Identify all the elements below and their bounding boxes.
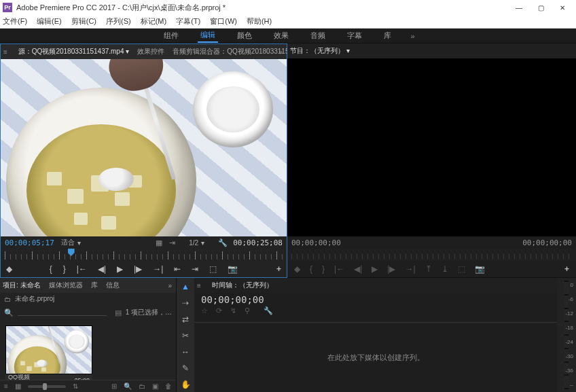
window-maximize-button[interactable]: ▢ [530,0,552,15]
bin-back-icon[interactable]: 🗀 [4,296,11,303]
menu-markers[interactable]: 标记(M) [141,16,167,26]
effect-controls-tab[interactable]: 效果控件 [137,47,164,56]
program-out-timecode[interactable]: 00;00;00;00 [522,238,572,247]
workspace-tab-editing[interactable]: 编辑 [198,29,218,43]
workspace-tab-audio[interactable]: 音频 [308,29,328,42]
export-frame-button[interactable]: ⬚ [209,264,217,274]
mark-out-button[interactable]: } [322,264,325,274]
transport-settings-icon[interactable]: ⇥ [169,238,175,247]
workspace-tab-color[interactable]: 颜色 [234,29,255,42]
wrench-icon[interactable]: 🔧 [264,306,273,315]
panel-menu-icon[interactable]: ≡ [3,48,7,56]
source-resolution-dropdown[interactable]: 1/2 ▾ [189,239,204,247]
source-dropdown-icon[interactable]: ▾ [126,48,129,55]
pen-tool[interactable]: ✎ [179,363,192,373]
program-monitor-video[interactable] [287,58,576,236]
panel-overflow-icon[interactable]: » [168,282,172,289]
workspace-tab-effects[interactable]: 效果 [271,29,291,42]
go-to-out-button[interactable]: →| [153,264,163,274]
menu-sequence[interactable]: 序列(S) [106,16,131,26]
new-item-icon[interactable]: ▣ [152,382,158,390]
step-forward-button[interactable]: |▶ [387,264,395,274]
media-browser-tab[interactable]: 媒体浏览器 [49,281,83,290]
workspace-tab-libraries[interactable]: 库 [381,29,394,42]
menu-title[interactable]: 字幕(T) [176,16,200,26]
button-editor-plus[interactable]: + [564,264,569,274]
extract-button[interactable]: ⤓ [442,264,448,274]
go-to-out-button[interactable]: →| [405,264,415,274]
project-bin-area[interactable]: QQ视频20180331151437… 25;08 [0,320,176,380]
slip-tool[interactable]: ↔ [179,347,192,357]
auto-sequence-icon[interactable]: ⊞ [111,382,117,390]
go-to-in-button[interactable]: |← [334,264,344,274]
filter-bin-icon[interactable]: ▤ [115,308,122,317]
source-out-timecode[interactable]: 00;00;25;08 [233,238,283,247]
linked-selection-icon[interactable]: ⟳ [216,306,222,315]
find-icon[interactable]: 🔍 [124,382,132,390]
sort-icon[interactable]: ⇅ [73,382,78,390]
timeline-settings-icon[interactable]: ⚲ [245,306,250,315]
menu-help[interactable]: 帮助(H) [247,16,272,26]
ripple-edit-tool[interactable]: ⇄ [179,315,192,324]
step-back-button[interactable]: ◀| [354,264,362,274]
libraries-tab[interactable]: 库 [91,281,98,290]
workspace-more-icon[interactable]: » [410,32,414,40]
info-tab[interactable]: 信息 [106,281,120,290]
menu-clip[interactable]: 剪辑(C) [71,16,96,26]
lift-button[interactable]: ⤒ [425,264,432,274]
safe-margins-icon[interactable]: ▦ [156,238,162,247]
source-time-ruler[interactable] [1,249,287,261]
program-time-ruler[interactable] [287,249,576,261]
menu-window[interactable]: 窗口(W) [210,16,237,26]
menu-edit[interactable]: 编辑(E) [37,16,62,26]
icon-view-icon[interactable]: ▦ [15,382,21,390]
panel-menu-icon[interactable]: ≡ [197,282,201,289]
delete-icon[interactable]: 🗑 [165,382,172,390]
timeline-drop-area[interactable]: 在此处放下媒体以创建序列。 [194,322,557,392]
selection-tool[interactable]: ▲ [179,282,192,291]
source-fit-dropdown[interactable]: 适合 ▾ [61,238,81,247]
search-icon[interactable]: 🔍 [4,308,14,317]
step-forward-button[interactable]: |▶ [134,264,142,274]
razor-tool[interactable]: ✂ [179,331,192,340]
export-frame-button[interactable]: ⬚ [458,264,465,274]
thumbnail-size-slider[interactable] [28,385,66,388]
hand-tool[interactable]: ✋ [179,380,192,389]
overwrite-button[interactable]: ⇥ [192,264,198,274]
workspace-tab-titles[interactable]: 字幕 [344,29,365,42]
camera-button[interactable]: 📷 [228,264,238,274]
step-back-button[interactable]: ◀| [98,264,106,274]
add-marker-button[interactable]: ◆ [6,264,12,274]
mark-out-button[interactable]: } [63,264,66,274]
timeline-timecode[interactable]: 00;00;00;00 [201,294,550,305]
settings-wrench-icon[interactable]: 🔧 [218,238,228,247]
button-editor-plus[interactable]: + [276,264,281,274]
search-input[interactable] [18,309,107,316]
window-close-button[interactable]: ✕ [552,0,573,15]
camera-button[interactable]: 📷 [475,264,485,274]
program-tab[interactable]: 节目：（无序列） ▾ [290,46,350,56]
play-button[interactable]: ▶ [372,264,378,274]
mark-in-button[interactable]: { [50,264,52,274]
window-minimize-button[interactable]: — [508,0,530,15]
timeline-tab[interactable]: 时间轴：（无序列） [212,281,273,290]
program-in-timecode[interactable]: 00;00;00;00 [291,238,341,247]
play-button[interactable]: ▶ [117,264,123,274]
mark-in-button[interactable]: { [310,264,312,274]
track-select-tool[interactable]: ⇢ [179,298,192,308]
project-tab[interactable]: 项目: 未命名 [3,281,41,290]
clip-item[interactable]: QQ视频20180331151437… 25;08 [5,325,92,380]
go-to-in-button[interactable]: |← [77,264,87,274]
source-in-timecode[interactable]: 00;00;05;17 [5,238,54,247]
snap-icon[interactable]: ☆ [201,306,208,315]
add-marker-button[interactable]: ◆ [294,264,300,274]
panel-overflow-icon[interactable]: » [278,48,283,56]
source-tab[interactable]: 源：QQ视频20180331151437.mp4 ▾ [18,47,129,56]
source-monitor-video[interactable] [1,59,287,236]
add-marker-icon[interactable]: ↯ [230,306,236,315]
workspace-tab-assembly[interactable]: 组件 [161,29,181,42]
insert-button[interactable]: ⇤ [174,264,181,274]
menu-file[interactable]: 文件(F) [3,16,27,26]
clip-thumbnail[interactable] [5,325,92,374]
list-view-icon[interactable]: ≡ [4,382,8,390]
